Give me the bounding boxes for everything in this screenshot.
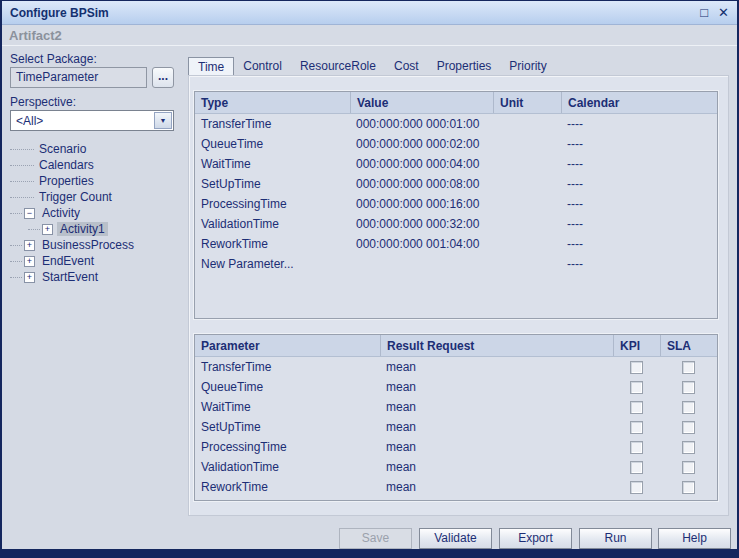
tree-item-startevent[interactable]: +StartEvent	[10, 269, 182, 285]
time-table-row[interactable]: TransferTime000:000:000 000:01:00----	[195, 114, 717, 134]
sla-cell	[660, 361, 717, 374]
time-calendar-cell: ----	[561, 197, 717, 211]
sla-checkbox[interactable]	[682, 361, 695, 374]
time-type-cell: New Parameter...	[195, 257, 350, 271]
export-button[interactable]: Export	[499, 528, 572, 549]
time-table-row[interactable]: QueueTime000:000:000 000:02:00----	[195, 134, 717, 154]
column-header-kpi: KPI	[613, 335, 660, 356]
kpi-checkbox[interactable]	[630, 421, 643, 434]
time-table-row[interactable]: SetUpTime000:000:000 000:08:00----	[195, 174, 717, 194]
sla-checkbox[interactable]	[682, 421, 695, 434]
time-calendar-cell: ----	[561, 217, 717, 231]
tree-connector	[10, 197, 34, 198]
kpi-checkbox[interactable]	[630, 361, 643, 374]
sla-checkbox[interactable]	[682, 461, 695, 474]
column-header-unit: Unit	[493, 92, 561, 113]
time-calendar-cell: ----	[561, 117, 717, 131]
expand-icon[interactable]: +	[24, 240, 35, 251]
time-type-cell: QueueTime	[195, 137, 350, 151]
column-header-parameter: Parameter	[195, 335, 380, 356]
perspective-select[interactable]: <All> ▼	[10, 110, 174, 131]
tree-connector	[10, 213, 22, 214]
sla-cell	[660, 421, 717, 434]
expand-icon[interactable]: +	[24, 256, 35, 267]
validate-button[interactable]: Validate	[419, 528, 492, 549]
run-button[interactable]: Run	[579, 528, 652, 549]
save-button[interactable]: Save	[339, 528, 412, 549]
expand-icon[interactable]: +	[42, 224, 53, 235]
kpi-checkbox[interactable]	[630, 381, 643, 394]
time-value-cell: 000:000:000 000:02:00	[350, 137, 493, 151]
time-type-cell: WaitTime	[195, 157, 350, 171]
tab-priority[interactable]: Priority	[500, 57, 555, 75]
close-icon[interactable]: ✕	[718, 6, 729, 19]
result-parameter-cell: TransferTime	[195, 360, 380, 374]
result-parameter-cell: SetUpTime	[195, 420, 380, 434]
tree-item-scenario[interactable]: Scenario	[10, 141, 182, 157]
window-controls: □ ✕	[700, 6, 729, 19]
tree-item-label: Properties	[36, 174, 97, 188]
result-table-row[interactable]: SetUpTimemean	[195, 417, 717, 437]
perspective-label: Perspective:	[10, 95, 76, 109]
result-parameter-cell: ReworkTime	[195, 480, 380, 494]
result-request-cell: mean	[380, 420, 613, 434]
package-tree: ScenarioCalendarsPropertiesTrigger Count…	[10, 141, 182, 285]
sla-cell	[660, 441, 717, 454]
tree-item-endevent[interactable]: +EndEvent	[10, 253, 182, 269]
time-table-row[interactable]: WaitTime000:000:000 000:04:00----	[195, 154, 717, 174]
result-parameter-cell: WaitTime	[195, 400, 380, 414]
time-table-row[interactable]: New Parameter...----	[195, 254, 717, 274]
time-type-cell: ValidationTime	[195, 217, 350, 231]
perspective-value: <All>	[11, 114, 154, 128]
subtitle-bar: Artifact2	[2, 25, 737, 46]
result-table-row[interactable]: ReworkTimemean	[195, 477, 717, 497]
sla-cell	[660, 461, 717, 474]
maximize-icon[interactable]: □	[700, 6, 708, 19]
time-value-cell: 000:000:000 000:32:00	[350, 217, 493, 231]
result-table-row[interactable]: WaitTimemean	[195, 397, 717, 417]
time-table-row[interactable]: ReworkTime000:000:000 001:04:00----	[195, 234, 717, 254]
kpi-checkbox[interactable]	[630, 401, 643, 414]
tree-connector	[28, 229, 40, 230]
tree-item-properties[interactable]: Properties	[10, 173, 182, 189]
result-table-row[interactable]: ValidationTimemean	[195, 457, 717, 477]
collapse-icon[interactable]: −	[24, 208, 35, 219]
result-table-row[interactable]: TransferTimemean	[195, 357, 717, 377]
sla-checkbox[interactable]	[682, 401, 695, 414]
tab-strip: Time Control ResourceRole Cost Propertie…	[188, 58, 556, 75]
result-table-row[interactable]: QueueTimemean	[195, 377, 717, 397]
tab-time[interactable]: Time	[188, 57, 234, 75]
tab-properties[interactable]: Properties	[428, 57, 501, 75]
browse-button[interactable]: ...	[152, 67, 174, 88]
tree-item-calendars[interactable]: Calendars	[10, 157, 182, 173]
tab-resourcerole[interactable]: ResourceRole	[291, 57, 385, 75]
kpi-cell	[613, 381, 660, 394]
tree-item-businessprocess[interactable]: +BusinessProcess	[10, 237, 182, 253]
kpi-checkbox[interactable]	[630, 461, 643, 474]
kpi-checkbox[interactable]	[630, 441, 643, 454]
tree-item-activity1[interactable]: +Activity1	[10, 221, 182, 237]
tree-item-label: BusinessProcess	[39, 238, 137, 252]
result-parameter-cell: ValidationTime	[195, 460, 380, 474]
expand-icon[interactable]: +	[24, 272, 35, 283]
select-package-label: Select Package:	[10, 52, 97, 66]
tree-item-label: Activity	[39, 206, 83, 220]
sla-checkbox[interactable]	[682, 381, 695, 394]
help-button[interactable]: Help	[658, 528, 731, 549]
tab-control[interactable]: Control	[234, 57, 291, 75]
time-table-row[interactable]: ValidationTime000:000:000 000:32:00----	[195, 214, 717, 234]
chevron-down-icon[interactable]: ▼	[154, 112, 172, 129]
column-header-sla: SLA	[660, 335, 717, 356]
result-table-row[interactable]: ProcessingTimemean	[195, 437, 717, 457]
column-header-value: Value	[350, 92, 493, 113]
kpi-checkbox[interactable]	[630, 481, 643, 494]
sla-checkbox[interactable]	[682, 441, 695, 454]
package-field[interactable]: TimeParameter	[10, 67, 147, 88]
sla-checkbox[interactable]	[682, 481, 695, 494]
tree-item-trigger-count[interactable]: Trigger Count	[10, 189, 182, 205]
result-request-cell: mean	[380, 400, 613, 414]
tree-connector	[10, 181, 34, 182]
tree-item-activity[interactable]: −Activity	[10, 205, 182, 221]
tab-cost[interactable]: Cost	[385, 57, 428, 75]
time-table-row[interactable]: ProcessingTime000:000:000 000:16:00----	[195, 194, 717, 214]
